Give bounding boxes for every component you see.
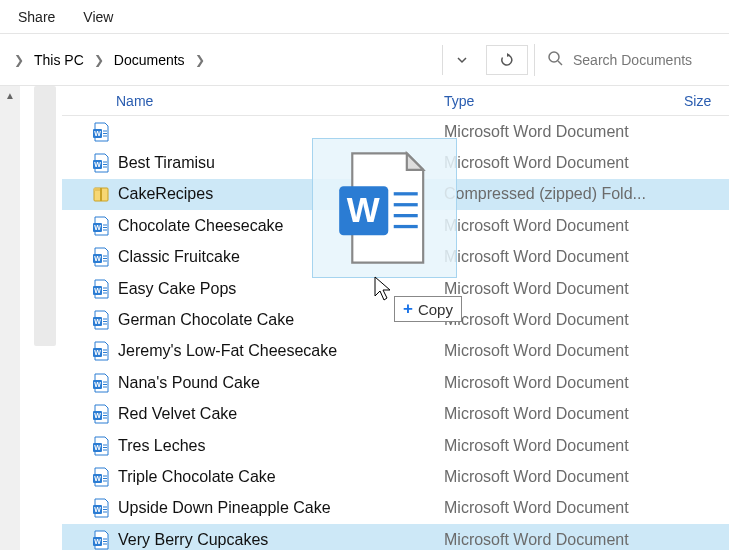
table-row[interactable]: WVery Berry CupcakesMicrosoft Word Docum… <box>62 524 729 550</box>
word-document-icon: W <box>62 404 116 424</box>
drop-action-badge: + Copy <box>394 296 462 322</box>
word-document-icon: W <box>62 498 116 518</box>
search-placeholder: Search Documents <box>573 52 692 68</box>
table-row[interactable]: WTres LechesMicrosoft Word Document <box>62 430 729 461</box>
menu-share[interactable]: Share <box>4 3 69 31</box>
word-document-icon: W <box>62 216 116 236</box>
file-type: Microsoft Word Document <box>444 280 684 298</box>
chevron-right-icon[interactable]: ❯ <box>8 53 30 67</box>
file-type: Microsoft Word Document <box>444 468 684 486</box>
file-type: Microsoft Word Document <box>444 123 684 141</box>
file-name: Very Berry Cupcakes <box>116 531 444 549</box>
file-type: Microsoft Word Document <box>444 531 684 549</box>
word-document-icon: W <box>62 153 116 173</box>
svg-text:W: W <box>94 381 101 388</box>
nav-pane[interactable] <box>20 86 62 550</box>
file-name: Upside Down Pineapple Cake <box>116 499 444 517</box>
table-row[interactable]: WUpside Down Pineapple CakeMicrosoft Wor… <box>62 493 729 524</box>
search-icon <box>547 50 563 69</box>
svg-text:W: W <box>94 506 101 513</box>
file-type: Microsoft Word Document <box>444 437 684 455</box>
svg-point-0 <box>549 52 559 62</box>
svg-text:W: W <box>94 130 101 137</box>
table-row[interactable]: WNana's Pound CakeMicrosoft Word Documen… <box>62 367 729 398</box>
column-header-size[interactable]: Size <box>684 93 729 109</box>
file-list: Name Type Size WMicrosoft Word DocumentW… <box>62 86 729 550</box>
word-document-icon: W <box>62 279 116 299</box>
svg-text:W: W <box>94 255 101 262</box>
zip-folder-icon <box>62 184 116 204</box>
breadcrumb[interactable]: ❯ This PC ❯ Documents ❯ <box>0 48 211 72</box>
plus-icon: + <box>403 299 413 319</box>
file-name: Easy Cake Pops <box>116 280 444 298</box>
svg-text:W: W <box>94 224 101 231</box>
table-row[interactable]: WJeremy's Low-Fat CheesecakeMicrosoft Wo… <box>62 336 729 367</box>
svg-text:W: W <box>94 475 101 482</box>
file-type: Microsoft Word Document <box>444 499 684 517</box>
breadcrumb-documents[interactable]: Documents <box>110 48 189 72</box>
file-type: Microsoft Word Document <box>444 374 684 392</box>
word-document-icon: W <box>62 467 116 487</box>
word-document-icon: W <box>62 436 116 456</box>
file-type: Microsoft Word Document <box>444 311 684 329</box>
file-type: Microsoft Word Document <box>444 217 684 235</box>
nav-selection-highlight <box>34 86 56 346</box>
address-dropdown-button[interactable] <box>442 45 480 75</box>
svg-rect-14 <box>100 188 102 201</box>
file-name: Red Velvet Cake <box>116 405 444 423</box>
table-row[interactable]: WRed Velvet CakeMicrosoft Word Document <box>62 399 729 430</box>
top-menu: Share View <box>0 0 729 34</box>
svg-text:W: W <box>94 287 101 294</box>
address-bar: ❯ This PC ❯ Documents ❯ Search Documents <box>0 34 729 86</box>
file-name: Tres Leches <box>116 437 444 455</box>
word-document-icon: W <box>62 310 116 330</box>
word-document-icon: W <box>62 373 116 393</box>
chevron-right-icon[interactable]: ❯ <box>88 53 110 67</box>
word-document-icon: W <box>62 341 116 361</box>
search-box[interactable]: Search Documents <box>534 44 729 76</box>
scroll-up-icon[interactable]: ▲ <box>0 90 20 101</box>
refresh-button[interactable] <box>486 45 528 75</box>
word-document-icon: W <box>62 247 116 267</box>
svg-text:W: W <box>94 161 101 168</box>
svg-text:W: W <box>346 190 379 229</box>
table-row[interactable]: WTriple Chocolate CakeMicrosoft Word Doc… <box>62 461 729 492</box>
file-type: Compressed (zipped) Fold... <box>444 185 684 203</box>
refresh-icon <box>499 52 515 68</box>
drop-action-label: Copy <box>418 301 453 318</box>
chevron-down-icon <box>456 54 468 66</box>
column-header-name[interactable]: Name <box>62 93 444 109</box>
file-type: Microsoft Word Document <box>444 342 684 360</box>
svg-text:W: W <box>94 349 101 356</box>
nav-scrollbar[interactable]: ▲ <box>0 86 20 550</box>
file-name: Triple Chocolate Cake <box>116 468 444 486</box>
word-document-icon: W <box>62 122 116 142</box>
file-type: Microsoft Word Document <box>444 405 684 423</box>
svg-rect-13 <box>94 188 101 191</box>
file-type: Microsoft Word Document <box>444 248 684 266</box>
drag-preview: W <box>312 138 457 278</box>
menu-view[interactable]: View <box>69 3 127 31</box>
svg-line-1 <box>558 61 562 65</box>
svg-text:W: W <box>94 444 101 451</box>
file-name: Jeremy's Low-Fat Cheesecake <box>116 342 444 360</box>
file-name: Nana's Pound Cake <box>116 374 444 392</box>
column-header-type[interactable]: Type <box>444 93 684 109</box>
word-document-large-icon: W <box>325 148 445 268</box>
svg-text:W: W <box>94 538 101 545</box>
chevron-right-icon[interactable]: ❯ <box>189 53 211 67</box>
breadcrumb-this-pc[interactable]: This PC <box>30 48 88 72</box>
svg-text:W: W <box>94 412 101 419</box>
main-area: ▲ Name Type Size WMicrosoft Word Documen… <box>0 86 729 550</box>
file-type: Microsoft Word Document <box>444 154 684 172</box>
word-document-icon: W <box>62 530 116 550</box>
column-headers: Name Type Size <box>62 86 729 116</box>
svg-text:W: W <box>94 318 101 325</box>
